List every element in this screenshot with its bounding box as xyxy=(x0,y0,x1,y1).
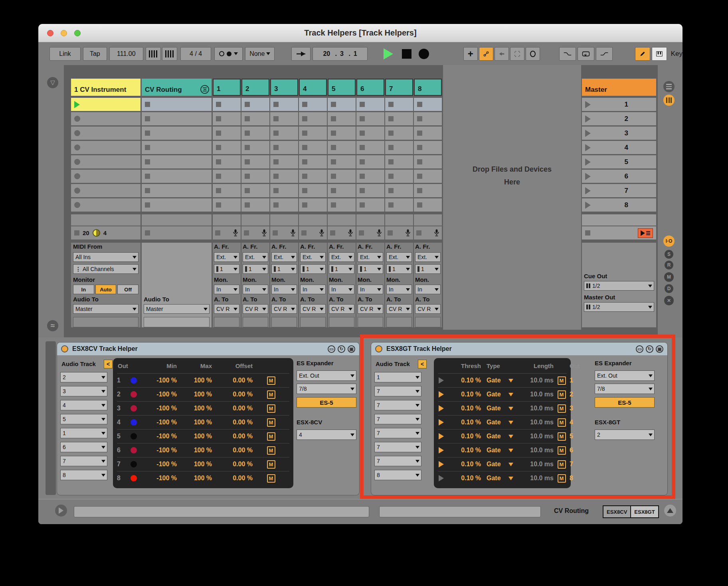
clip-stop-icon[interactable] xyxy=(216,145,221,150)
clip-slot[interactable] xyxy=(385,98,413,111)
length-value[interactable]: 10.0 ms xyxy=(516,405,554,412)
scene-row[interactable]: 5 xyxy=(582,155,656,168)
mute-button[interactable]: M xyxy=(558,474,566,483)
clip-slot[interactable] xyxy=(270,198,298,212)
audio-track-select[interactable]: 5 xyxy=(60,414,107,424)
audio-track-select[interactable]: 7 xyxy=(374,456,421,466)
clip-slot[interactable] xyxy=(299,184,327,197)
fade-in-button[interactable] xyxy=(596,47,613,61)
clip-slot[interactable] xyxy=(241,98,269,111)
audio-track-select[interactable]: 8 xyxy=(60,470,107,480)
audio-track-select[interactable]: 7 xyxy=(374,400,421,410)
clip-stop-icon[interactable] xyxy=(216,202,221,208)
group-stop-icon[interactable] xyxy=(145,159,150,164)
clip-slot[interactable] xyxy=(270,112,298,125)
clip-slot[interactable] xyxy=(299,170,327,183)
tap-tempo-button[interactable]: Tap xyxy=(83,47,107,61)
clip-stop-icon[interactable] xyxy=(302,116,307,121)
clip-slot[interactable] xyxy=(414,155,442,168)
clip-stop-icon[interactable] xyxy=(388,116,394,121)
sends-section-toggle[interactable]: S xyxy=(665,250,673,259)
group-stop-icon[interactable] xyxy=(145,188,150,193)
audio-track-select[interactable]: 7 xyxy=(60,456,107,466)
clip-stop-icon[interactable] xyxy=(74,116,80,122)
clip-slot[interactable] xyxy=(328,170,356,183)
mute-button[interactable]: M xyxy=(267,418,275,427)
track-delay-box[interactable] xyxy=(73,317,138,327)
expander-channels-select[interactable]: 7/8 xyxy=(297,384,356,394)
clip-stop-icon[interactable] xyxy=(74,145,80,150)
audio-to-select[interactable]: CV R xyxy=(415,304,441,314)
device-scroll-rail[interactable] xyxy=(46,341,56,495)
audio-track-select[interactable]: 1 xyxy=(60,428,107,438)
monitor-select[interactable]: In xyxy=(214,285,239,294)
offset-value[interactable]: 0.00 % xyxy=(212,419,253,426)
clip-slot[interactable] xyxy=(241,170,269,183)
clip-slot[interactable] xyxy=(213,184,241,197)
clip-stop-icon[interactable] xyxy=(216,131,221,136)
input-channel-select[interactable]: 1 xyxy=(386,264,412,274)
clip-stop-icon[interactable] xyxy=(302,145,307,150)
clip-stop-icon[interactable] xyxy=(388,159,394,164)
device-title-bar-esx8gt[interactable]: ESX8GT Track Helper ▭ ↻ ▣ xyxy=(371,342,667,355)
device-on-icon[interactable] xyxy=(61,345,68,352)
group-slot[interactable] xyxy=(142,141,212,154)
clip-slot[interactable] xyxy=(270,127,298,140)
scene-overview-icon[interactable] xyxy=(663,81,675,92)
automation-arm-button[interactable] xyxy=(479,47,493,61)
track-header-numbered[interactable]: 4 xyxy=(299,79,327,96)
monitor-in-button[interactable]: In xyxy=(73,285,94,294)
length-value[interactable]: 10.0 ms xyxy=(516,391,554,398)
clip-slot[interactable] xyxy=(385,198,413,212)
clip-stop-icon[interactable] xyxy=(360,188,365,193)
clip-stop-icon[interactable] xyxy=(331,145,336,150)
stop-all-clips-square[interactable] xyxy=(585,230,590,236)
clip-slot[interactable] xyxy=(241,155,269,168)
clip-stop-icon[interactable] xyxy=(216,159,221,164)
device-title-bar-esx8cv[interactable]: ESX8CV Track Helper ▭ ↻ ▣ xyxy=(57,342,359,355)
length-value[interactable]: 10.0 ms xyxy=(516,461,554,468)
min-value[interactable]: -100 % xyxy=(142,433,177,440)
clip-stop-icon[interactable] xyxy=(273,102,279,107)
clip-stop-icon[interactable] xyxy=(417,188,422,193)
offset-value[interactable]: 0.00 % xyxy=(212,433,253,440)
clip-play-icon[interactable] xyxy=(74,101,80,108)
clip-slot[interactable] xyxy=(71,155,140,168)
track-header-numbered[interactable]: 6 xyxy=(356,79,384,96)
fade-out-button[interactable] xyxy=(559,47,576,61)
module-number-select[interactable]: 4 xyxy=(297,430,356,440)
clip-slot[interactable] xyxy=(328,141,356,154)
clip-stop-icon[interactable] xyxy=(331,202,336,208)
max-value[interactable]: 100 % xyxy=(177,377,212,384)
track-delay-box[interactable] xyxy=(243,317,268,327)
type-value[interactable]: Gate xyxy=(481,405,506,412)
clip-stop-icon[interactable] xyxy=(417,102,422,107)
clip-slot[interactable] xyxy=(299,198,327,212)
group-slot[interactable] xyxy=(142,198,212,212)
tempo-field[interactable]: 111.00 xyxy=(109,47,143,61)
thresh-value[interactable]: 0.10 % xyxy=(448,461,481,468)
length-value[interactable]: 10.0 ms xyxy=(516,447,554,454)
monitor-select[interactable]: In xyxy=(243,285,268,294)
arrangement-position-field[interactable]: 2031 xyxy=(313,47,367,61)
scene-play-icon[interactable] xyxy=(585,130,591,137)
audio-from-select[interactable]: Ext. xyxy=(386,252,412,262)
max-value[interactable]: 100 % xyxy=(177,405,212,412)
min-value[interactable]: -100 % xyxy=(142,391,177,398)
collapse-button[interactable]: < xyxy=(418,360,427,368)
clip-stop-icon[interactable] xyxy=(388,188,394,193)
max-value[interactable]: 100 % xyxy=(177,447,212,454)
record-button[interactable] xyxy=(419,49,429,59)
clip-slot[interactable] xyxy=(241,112,269,125)
nudge-down-button[interactable] xyxy=(146,47,161,61)
clip-slot[interactable] xyxy=(385,127,413,140)
type-value[interactable]: Gate xyxy=(481,377,506,384)
show-device-view-button[interactable] xyxy=(664,505,676,517)
monitor-select[interactable]: In xyxy=(271,285,297,294)
track-delay-box[interactable] xyxy=(214,317,239,327)
clip-slot[interactable] xyxy=(356,184,384,197)
scene-row[interactable]: 6 xyxy=(582,170,656,183)
cue-out-select[interactable]: 1/2 xyxy=(584,281,654,291)
thresh-value[interactable]: 0.10 % xyxy=(448,377,481,384)
es5-button[interactable]: ES-5 xyxy=(595,397,655,408)
